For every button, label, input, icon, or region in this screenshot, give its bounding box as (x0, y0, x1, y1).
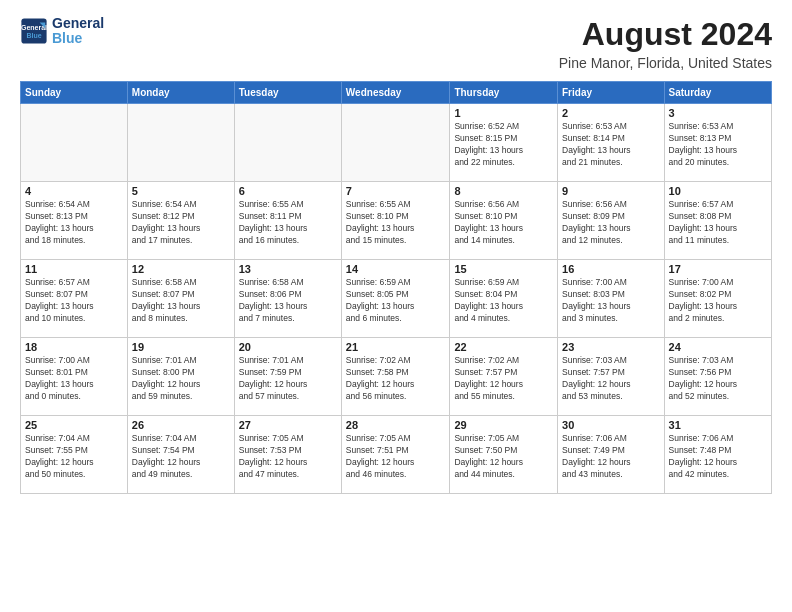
day-info: Sunrise: 7:00 AM Sunset: 8:01 PM Dayligh… (25, 355, 123, 403)
day-number: 11 (25, 263, 123, 275)
title-block: August 2024 Pine Manor, Florida, United … (559, 16, 772, 71)
day-number: 28 (346, 419, 446, 431)
calendar-cell: 14Sunrise: 6:59 AM Sunset: 8:05 PM Dayli… (341, 260, 450, 338)
calendar-cell: 21Sunrise: 7:02 AM Sunset: 7:58 PM Dayli… (341, 338, 450, 416)
day-info: Sunrise: 6:59 AM Sunset: 8:04 PM Dayligh… (454, 277, 553, 325)
logo-line2: Blue (52, 30, 82, 46)
calendar-cell: 11Sunrise: 6:57 AM Sunset: 8:07 PM Dayli… (21, 260, 128, 338)
day-number: 22 (454, 341, 553, 353)
day-number: 16 (562, 263, 660, 275)
day-info: Sunrise: 6:53 AM Sunset: 8:14 PM Dayligh… (562, 121, 660, 169)
calendar-cell: 15Sunrise: 6:59 AM Sunset: 8:04 PM Dayli… (450, 260, 558, 338)
calendar-cell: 17Sunrise: 7:00 AM Sunset: 8:02 PM Dayli… (664, 260, 771, 338)
calendar-header-saturday: Saturday (664, 82, 771, 104)
day-number: 6 (239, 185, 337, 197)
day-info: Sunrise: 7:04 AM Sunset: 7:54 PM Dayligh… (132, 433, 230, 481)
day-number: 3 (669, 107, 767, 119)
day-number: 4 (25, 185, 123, 197)
calendar-cell: 20Sunrise: 7:01 AM Sunset: 7:59 PM Dayli… (234, 338, 341, 416)
calendar-cell: 24Sunrise: 7:03 AM Sunset: 7:56 PM Dayli… (664, 338, 771, 416)
calendar-header-friday: Friday (558, 82, 665, 104)
day-number: 12 (132, 263, 230, 275)
day-info: Sunrise: 6:57 AM Sunset: 8:07 PM Dayligh… (25, 277, 123, 325)
calendar-cell: 31Sunrise: 7:06 AM Sunset: 7:48 PM Dayli… (664, 416, 771, 494)
day-info: Sunrise: 7:02 AM Sunset: 7:58 PM Dayligh… (346, 355, 446, 403)
day-info: Sunrise: 6:55 AM Sunset: 8:10 PM Dayligh… (346, 199, 446, 247)
calendar-cell: 29Sunrise: 7:05 AM Sunset: 7:50 PM Dayli… (450, 416, 558, 494)
svg-rect-0 (21, 19, 46, 44)
calendar-week-2: 4Sunrise: 6:54 AM Sunset: 8:13 PM Daylig… (21, 182, 772, 260)
day-number: 17 (669, 263, 767, 275)
day-number: 27 (239, 419, 337, 431)
calendar-cell: 7Sunrise: 6:55 AM Sunset: 8:10 PM Daylig… (341, 182, 450, 260)
calendar-cell (127, 104, 234, 182)
day-info: Sunrise: 7:06 AM Sunset: 7:48 PM Dayligh… (669, 433, 767, 481)
day-number: 5 (132, 185, 230, 197)
day-info: Sunrise: 6:54 AM Sunset: 8:12 PM Dayligh… (132, 199, 230, 247)
day-number: 29 (454, 419, 553, 431)
day-number: 26 (132, 419, 230, 431)
calendar-cell: 13Sunrise: 6:58 AM Sunset: 8:06 PM Dayli… (234, 260, 341, 338)
svg-text:Blue: Blue (26, 32, 41, 39)
calendar-cell: 22Sunrise: 7:02 AM Sunset: 7:57 PM Dayli… (450, 338, 558, 416)
day-number: 31 (669, 419, 767, 431)
calendar-cell: 23Sunrise: 7:03 AM Sunset: 7:57 PM Dayli… (558, 338, 665, 416)
calendar-cell: 3Sunrise: 6:53 AM Sunset: 8:13 PM Daylig… (664, 104, 771, 182)
day-info: Sunrise: 6:56 AM Sunset: 8:10 PM Dayligh… (454, 199, 553, 247)
day-number: 18 (25, 341, 123, 353)
day-info: Sunrise: 7:05 AM Sunset: 7:53 PM Dayligh… (239, 433, 337, 481)
day-info: Sunrise: 6:56 AM Sunset: 8:09 PM Dayligh… (562, 199, 660, 247)
calendar-header-thursday: Thursday (450, 82, 558, 104)
day-info: Sunrise: 7:00 AM Sunset: 8:02 PM Dayligh… (669, 277, 767, 325)
day-info: Sunrise: 7:04 AM Sunset: 7:55 PM Dayligh… (25, 433, 123, 481)
calendar-week-5: 25Sunrise: 7:04 AM Sunset: 7:55 PM Dayli… (21, 416, 772, 494)
calendar-cell (341, 104, 450, 182)
day-number: 15 (454, 263, 553, 275)
day-info: Sunrise: 7:02 AM Sunset: 7:57 PM Dayligh… (454, 355, 553, 403)
day-number: 13 (239, 263, 337, 275)
calendar-header-row: SundayMondayTuesdayWednesdayThursdayFrid… (21, 82, 772, 104)
day-info: Sunrise: 6:52 AM Sunset: 8:15 PM Dayligh… (454, 121, 553, 169)
day-info: Sunrise: 6:53 AM Sunset: 8:13 PM Dayligh… (669, 121, 767, 169)
calendar-cell: 18Sunrise: 7:00 AM Sunset: 8:01 PM Dayli… (21, 338, 128, 416)
day-number: 10 (669, 185, 767, 197)
logo-text: General Blue (52, 16, 104, 47)
day-info: Sunrise: 6:54 AM Sunset: 8:13 PM Dayligh… (25, 199, 123, 247)
logo: General Blue General Blue (20, 16, 104, 47)
day-number: 9 (562, 185, 660, 197)
day-info: Sunrise: 7:05 AM Sunset: 7:51 PM Dayligh… (346, 433, 446, 481)
day-number: 1 (454, 107, 553, 119)
day-info: Sunrise: 7:00 AM Sunset: 8:03 PM Dayligh… (562, 277, 660, 325)
calendar-week-3: 11Sunrise: 6:57 AM Sunset: 8:07 PM Dayli… (21, 260, 772, 338)
calendar-cell: 8Sunrise: 6:56 AM Sunset: 8:10 PM Daylig… (450, 182, 558, 260)
logo-line1: General (52, 16, 104, 31)
calendar-cell (21, 104, 128, 182)
day-info: Sunrise: 6:57 AM Sunset: 8:08 PM Dayligh… (669, 199, 767, 247)
day-number: 2 (562, 107, 660, 119)
day-info: Sunrise: 6:58 AM Sunset: 8:06 PM Dayligh… (239, 277, 337, 325)
calendar-cell: 25Sunrise: 7:04 AM Sunset: 7:55 PM Dayli… (21, 416, 128, 494)
calendar-cell: 6Sunrise: 6:55 AM Sunset: 8:11 PM Daylig… (234, 182, 341, 260)
day-info: Sunrise: 7:03 AM Sunset: 7:57 PM Dayligh… (562, 355, 660, 403)
day-number: 8 (454, 185, 553, 197)
day-info: Sunrise: 7:01 AM Sunset: 8:00 PM Dayligh… (132, 355, 230, 403)
calendar-cell: 30Sunrise: 7:06 AM Sunset: 7:49 PM Dayli… (558, 416, 665, 494)
calendar-cell: 12Sunrise: 6:58 AM Sunset: 8:07 PM Dayli… (127, 260, 234, 338)
day-number: 24 (669, 341, 767, 353)
day-info: Sunrise: 7:05 AM Sunset: 7:50 PM Dayligh… (454, 433, 553, 481)
day-number: 23 (562, 341, 660, 353)
day-number: 20 (239, 341, 337, 353)
calendar-cell (234, 104, 341, 182)
calendar-cell: 4Sunrise: 6:54 AM Sunset: 8:13 PM Daylig… (21, 182, 128, 260)
calendar-week-4: 18Sunrise: 7:00 AM Sunset: 8:01 PM Dayli… (21, 338, 772, 416)
day-number: 19 (132, 341, 230, 353)
calendar-cell: 9Sunrise: 6:56 AM Sunset: 8:09 PM Daylig… (558, 182, 665, 260)
calendar-cell: 19Sunrise: 7:01 AM Sunset: 8:00 PM Dayli… (127, 338, 234, 416)
day-info: Sunrise: 7:03 AM Sunset: 7:56 PM Dayligh… (669, 355, 767, 403)
calendar: SundayMondayTuesdayWednesdayThursdayFrid… (20, 81, 772, 494)
calendar-header-tuesday: Tuesday (234, 82, 341, 104)
day-number: 21 (346, 341, 446, 353)
main-title: August 2024 (559, 16, 772, 53)
day-number: 30 (562, 419, 660, 431)
calendar-cell: 16Sunrise: 7:00 AM Sunset: 8:03 PM Dayli… (558, 260, 665, 338)
